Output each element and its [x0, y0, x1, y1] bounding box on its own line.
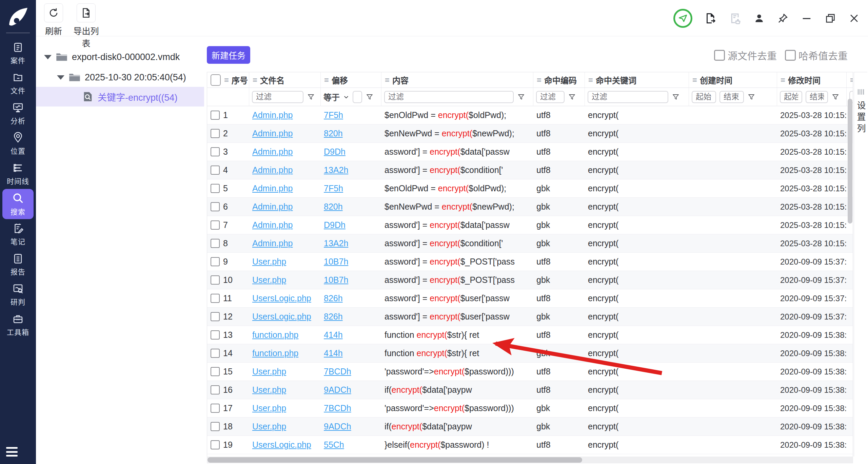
table-row[interactable]: 5 Admin.php 7F5h $enOldPwd = encrypt($ol… [207, 179, 853, 198]
offset-operator-select[interactable]: 等于 [323, 91, 349, 103]
column-menu-icon[interactable]: ≡ [224, 75, 229, 85]
keyword-filter-input[interactable] [588, 91, 668, 103]
offset-link[interactable]: 7F5h [324, 110, 343, 120]
file-link[interactable]: Admin.php [252, 110, 293, 120]
create-end-input[interactable] [719, 91, 744, 103]
content-filter-input[interactable] [384, 91, 514, 103]
table-row[interactable]: 7 Admin.php D9Dh assword'] = encrypt($da… [207, 216, 853, 234]
sidebar-item-timeline[interactable]: 时间线 [2, 159, 34, 189]
row-checkbox[interactable] [211, 202, 220, 211]
table-row[interactable]: 18 User.php 9ADCh if(encrypt($data['payp… [207, 418, 853, 436]
user-icon[interactable] [753, 13, 765, 24]
column-menu-icon[interactable]: ≡ [692, 75, 697, 85]
header-cell-create-time[interactable]: ≡创建时间 [689, 72, 777, 88]
column-menu-icon[interactable]: ≡ [324, 75, 329, 85]
table-row[interactable]: 3 Admin.php D9Dh assword'] = encrypt($da… [207, 143, 853, 161]
export-list-button[interactable]: 导出列表 [70, 3, 102, 49]
caret-down-icon[interactable] [44, 55, 52, 59]
row-checkbox[interactable] [211, 330, 220, 340]
filter-funnel-icon[interactable] [568, 93, 576, 101]
table-row[interactable]: 11 UsersLogic.php 826h assword'] = encry… [207, 289, 853, 308]
file-link[interactable]: Admin.php [252, 147, 293, 156]
file-link[interactable]: User.php [252, 403, 286, 413]
offset-link[interactable]: 10B7h [324, 257, 348, 266]
sidebar-item-analysis[interactable]: 分析 [2, 98, 34, 129]
pin-icon[interactable] [777, 13, 789, 24]
file-link[interactable]: Admin.php [252, 129, 293, 138]
file-link[interactable]: User.php [252, 367, 286, 376]
row-checkbox[interactable] [211, 129, 220, 138]
file-link[interactable]: Admin.php [252, 238, 293, 248]
filter-funnel-icon[interactable] [672, 93, 680, 101]
row-checkbox[interactable] [211, 166, 220, 175]
sidebar-item-report[interactable]: 报告 [2, 249, 34, 279]
file-link[interactable]: function.php [252, 348, 298, 358]
refresh-button[interactable]: 刷新 [37, 3, 70, 37]
offset-link[interactable]: 820h [324, 202, 343, 211]
column-menu-icon[interactable]: ≡ [253, 75, 257, 85]
row-checkbox[interactable] [211, 422, 220, 431]
file-link[interactable]: User.php [252, 385, 286, 394]
restore-icon[interactable] [825, 13, 836, 24]
table-row[interactable]: 14 function.php 414h function encrypt($s… [207, 344, 853, 363]
table-row[interactable]: 16 User.php 9ADCh if(encrypt($data['payp… [207, 381, 853, 399]
file-link[interactable]: User.php [252, 275, 286, 285]
filter-funnel-icon[interactable] [366, 93, 374, 101]
offset-filter-input[interactable] [353, 91, 362, 103]
row-checkbox[interactable] [211, 184, 220, 193]
modify-end-input[interactable] [806, 91, 828, 103]
file-link[interactable]: UsersLogic.php [252, 312, 311, 321]
column-menu-icon[interactable]: ≡ [537, 75, 541, 85]
tree-node-keyword-result[interactable]: 关键字-encrypt((54) [36, 87, 204, 107]
file-link[interactable]: UsersLogic.php [252, 293, 311, 303]
minimize-icon[interactable] [801, 13, 812, 24]
table-row[interactable]: 13 function.php 414h function encrypt($s… [207, 326, 853, 344]
new-task-button[interactable]: 新建任务 [207, 46, 250, 64]
close-icon[interactable] [848, 13, 860, 24]
offset-link[interactable]: 13A2h [324, 165, 348, 175]
offset-link[interactable]: 55Ch [324, 440, 344, 449]
row-checkbox[interactable] [211, 312, 220, 321]
create-start-input[interactable] [692, 91, 716, 103]
scan-status-badge[interactable] [673, 9, 692, 28]
file-link[interactable]: Admin.php [252, 165, 293, 175]
column-settings-tab[interactable]: 设置列 [854, 72, 867, 457]
row-checkbox[interactable] [211, 147, 220, 156]
tree-node-disk[interactable]: export-disk0-000002.vmdk [36, 47, 204, 66]
table-row[interactable]: 4 Admin.php 13A2h assword'] = encrypt($c… [207, 161, 853, 179]
row-checkbox[interactable] [211, 385, 220, 394]
row-checkbox[interactable] [211, 257, 220, 266]
table-row[interactable]: 2 Admin.php 820h $enNewPwd = encrypt($ne… [207, 124, 853, 143]
file-link[interactable]: function.php [252, 330, 298, 340]
row-checkbox[interactable] [211, 440, 220, 449]
checkbox-icon[interactable] [785, 50, 796, 61]
offset-link[interactable]: 7BCDh [324, 367, 351, 376]
table-row[interactable]: 15 User.php 7BCDh 'password'=>encrypt($p… [207, 363, 853, 381]
offset-link[interactable]: 826h [324, 312, 343, 321]
row-checkbox[interactable] [211, 367, 220, 376]
menu-toggle-icon[interactable] [6, 447, 18, 457]
offset-link[interactable]: D9Dh [324, 220, 346, 230]
offset-link[interactable]: D9Dh [324, 147, 346, 156]
offset-link[interactable]: 7F5h [324, 183, 343, 193]
offset-link[interactable]: 820h [324, 129, 343, 138]
column-menu-icon[interactable]: ≡ [781, 75, 785, 85]
file-link[interactable]: UsersLogic.php [252, 440, 311, 449]
sidebar-item-files[interactable]: 文件 [2, 68, 34, 98]
row-checkbox[interactable] [211, 275, 220, 285]
column-menu-icon[interactable]: ≡ [385, 75, 390, 85]
row-checkbox[interactable] [211, 349, 220, 358]
table-row[interactable]: 17 User.php 7BCDh 'password'=>encrypt($p… [207, 399, 853, 418]
header-cell-content[interactable]: ≡内容 [381, 72, 533, 88]
file-link[interactable]: User.php [252, 257, 286, 266]
table-row[interactable]: 8 Admin.php 13A2h assword'] = encrypt($c… [207, 234, 853, 253]
row-checkbox[interactable] [211, 220, 220, 230]
column-menu-icon[interactable]: ≡ [588, 75, 593, 85]
file-link[interactable]: User.php [252, 422, 286, 431]
encoding-filter-input[interactable] [536, 91, 565, 103]
table-row[interactable]: 6 Admin.php 820h $enNewPwd = encrypt($ne… [207, 198, 853, 216]
offset-link[interactable]: 414h [324, 348, 343, 358]
horizontal-scrollbar-track[interactable] [207, 457, 853, 463]
header-cell-filename[interactable]: ≡文件名 [249, 72, 320, 88]
header-cell-no[interactable]: ≡ 序号 [207, 72, 249, 88]
